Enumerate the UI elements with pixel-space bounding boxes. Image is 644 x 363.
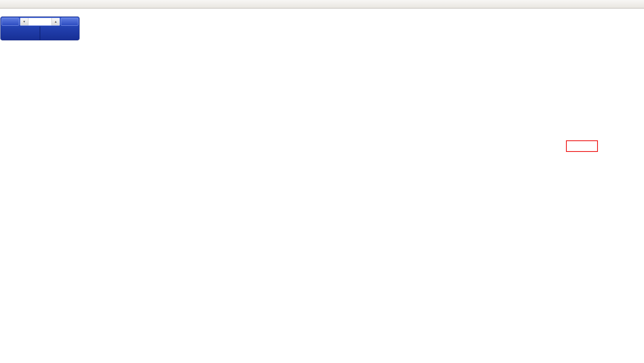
sell-button[interactable] [2,18,19,26]
chart-canvas[interactable] [0,0,644,363]
volume-stepper: ▼ ▲ [20,18,60,26]
one-click-trade-panel: ▼ ▲ [1,17,79,40]
volume-up-button[interactable]: ▲ [51,18,60,25]
price-callout-box[interactable] [566,140,598,152]
buy-button[interactable] [61,18,78,26]
main-toolbar [0,0,644,8]
mt4-window: ▼ ▲ [0,0,644,363]
rsi-label [1,289,5,294]
sell-price-button[interactable] [1,27,40,40]
macd-label [1,224,7,229]
buy-price-button[interactable] [40,27,79,40]
volume-down-button[interactable]: ▼ [20,18,28,25]
volume-input[interactable] [28,18,51,25]
symbol-ohlc-bar [2,10,19,15]
